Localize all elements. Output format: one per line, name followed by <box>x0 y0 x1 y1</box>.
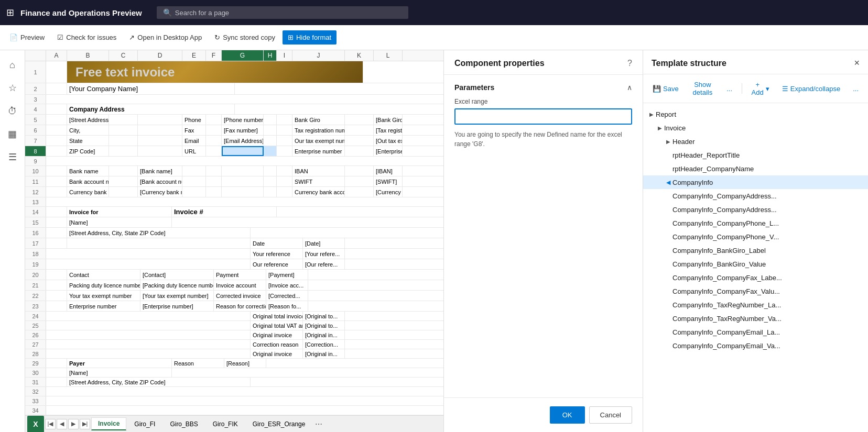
cell-b20[interactable]: Contact <box>67 270 140 280</box>
cell-a17[interactable] <box>46 238 67 248</box>
cell-l21[interactable]: [Invoice acc... <box>266 280 308 290</box>
cell-c6[interactable] <box>109 125 138 135</box>
cell-h12[interactable] <box>264 187 277 197</box>
cell-g12[interactable] <box>222 187 264 197</box>
cell-b26[interactable] <box>46 330 251 339</box>
cell-a12[interactable] <box>46 187 67 197</box>
cell-b31[interactable]: [Street Address, City, State ZIP Code] <box>67 378 251 386</box>
cell-j25[interactable]: Original total VAT amount <box>251 321 303 330</box>
cell-b29[interactable]: Payer <box>67 359 172 368</box>
cell-j18[interactable]: Your reference <box>251 249 303 259</box>
cell-g5[interactable]: [Phone number] <box>222 115 264 125</box>
cell-a20[interactable] <box>46 270 67 280</box>
cell-b11[interactable]: Bank account number <box>67 176 109 186</box>
col-H[interactable]: H <box>264 50 277 61</box>
sidebar-star-icon[interactable]: ☆ <box>2 77 23 98</box>
expand-collapse-button[interactable]: ☰ Expand/collapse <box>779 83 843 95</box>
col-D[interactable]: D <box>138 50 182 61</box>
cell-g10[interactable] <box>222 166 264 176</box>
cell-d23[interactable]: [Enterprise number] <box>140 301 214 311</box>
cell-l28[interactable]: [Original in... <box>303 349 345 358</box>
cell-b21[interactable]: Packing duty licence number <box>67 280 140 290</box>
tree-node-report[interactable]: Report <box>643 107 868 121</box>
sync-copy-button[interactable]: ↻ Sync stored copy <box>209 30 280 45</box>
cell-k12[interactable] <box>345 187 374 197</box>
tab-prev[interactable]: ◀ <box>57 419 67 429</box>
cell-j19[interactable]: Our reference <box>251 259 303 269</box>
cell-a15[interactable] <box>46 217 67 227</box>
col-G[interactable]: G <box>222 50 264 61</box>
cell-e5[interactable]: Phone <box>182 115 206 125</box>
cell-b22[interactable]: Your tax exempt number <box>67 291 140 301</box>
cell-j17[interactable]: Date <box>251 238 303 248</box>
cell-b25[interactable] <box>46 321 251 330</box>
cell-k8[interactable] <box>345 146 374 156</box>
col-A[interactable]: A <box>46 50 67 61</box>
col-L[interactable]: L <box>374 50 403 61</box>
cell-g6[interactable]: [Fax number] <box>222 125 264 135</box>
cell-b17[interactable] <box>67 238 251 248</box>
add-button[interactable]: + Add ▾ <box>748 79 773 98</box>
cell-j21[interactable]: Invoice account <box>214 280 266 290</box>
cell-e8[interactable]: URL <box>182 146 206 156</box>
col-K[interactable]: K <box>345 50 374 61</box>
cell-b16[interactable]: [Street Address, City, State ZIP Code] <box>67 228 251 238</box>
cell-k7[interactable] <box>345 136 374 146</box>
cell-k11[interactable] <box>345 176 374 186</box>
cell-d21[interactable]: [Packing duty licence number] <box>140 280 214 290</box>
cell-l8[interactable]: [Enterprise... <box>374 146 403 156</box>
cell-b15[interactable]: [Name] <box>67 217 172 227</box>
cell-a30[interactable] <box>46 368 67 377</box>
cell-l6[interactable]: [Tax registra... <box>374 125 403 135</box>
col-F[interactable]: F <box>206 50 222 61</box>
search-bar[interactable]: 🔍 <box>157 6 408 19</box>
cell-a29[interactable] <box>46 359 67 368</box>
cell-d22[interactable]: [Your tax exempt number] <box>140 291 214 301</box>
cell-b2[interactable]: [Your Company Name] <box>67 83 235 94</box>
cell-g8[interactable] <box>222 146 264 156</box>
cell-j6[interactable]: Tax registration number <box>292 125 345 135</box>
cell-f7[interactable] <box>206 136 222 146</box>
cell-a1[interactable] <box>46 61 67 83</box>
cell-j12[interactable]: Currency bank account number <box>292 187 345 197</box>
cell-h5[interactable] <box>264 115 277 125</box>
cell-b12[interactable]: Currency bank name <box>67 187 109 197</box>
cell-b6[interactable]: City, <box>67 125 109 135</box>
col-J[interactable]: J <box>292 50 345 61</box>
hide-format-button[interactable]: ⊞ Hide format <box>283 30 337 45</box>
cell-c12[interactable] <box>109 187 138 197</box>
tree-arrow-invoice[interactable] <box>656 124 664 132</box>
cell-l27[interactable]: [Correction... <box>303 340 345 349</box>
cell-a14[interactable] <box>46 207 67 217</box>
cell-a4[interactable] <box>46 104 67 114</box>
cell-d7[interactable] <box>138 136 182 146</box>
cell-d8[interactable] <box>138 146 182 156</box>
cancel-button[interactable]: Cancel <box>589 406 632 424</box>
tab-more-button[interactable]: ⋯ <box>313 420 324 428</box>
cell-d20[interactable]: [Contact] <box>140 270 214 280</box>
cell-e10[interactable] <box>182 166 206 176</box>
cell-b19[interactable] <box>46 259 251 269</box>
cell-b24[interactable] <box>46 312 251 320</box>
cell-l17[interactable]: [Date] <box>303 238 345 248</box>
tree-node-companyinfo-email-value[interactable]: CompanyInfo_CompanyEmail_Va... <box>643 339 868 352</box>
cell-g11[interactable] <box>222 176 264 186</box>
cell-l7[interactable]: [Out tax ex... <box>374 136 403 146</box>
tree-node-companyinfo-bankgiro-label[interactable]: CompanyInfo_BankGiro_Label <box>643 243 868 257</box>
cell-j26[interactable]: Original invoice <box>251 330 303 339</box>
cell-b8[interactable]: ZIP Code] <box>67 146 109 156</box>
cell-a16[interactable] <box>46 228 67 238</box>
cell-j23[interactable]: Reason for correction <box>214 301 266 311</box>
cell-l20[interactable]: [Payment] <box>266 270 308 280</box>
cell-i7[interactable] <box>277 136 292 146</box>
cell-b27[interactable] <box>46 340 251 349</box>
cell-a31[interactable] <box>46 378 67 386</box>
tree-node-rptheader-companyname[interactable]: rptHeader_CompanyName <box>643 162 868 175</box>
tree-node-header[interactable]: Header <box>643 135 868 148</box>
cell-b18[interactable] <box>46 249 251 259</box>
col-C[interactable]: C <box>109 50 138 61</box>
cell-c7[interactable] <box>109 136 138 146</box>
cell-a7[interactable] <box>46 136 67 146</box>
cell-d10[interactable]: [Bank name] <box>138 166 182 176</box>
cell-h11[interactable] <box>264 176 277 186</box>
